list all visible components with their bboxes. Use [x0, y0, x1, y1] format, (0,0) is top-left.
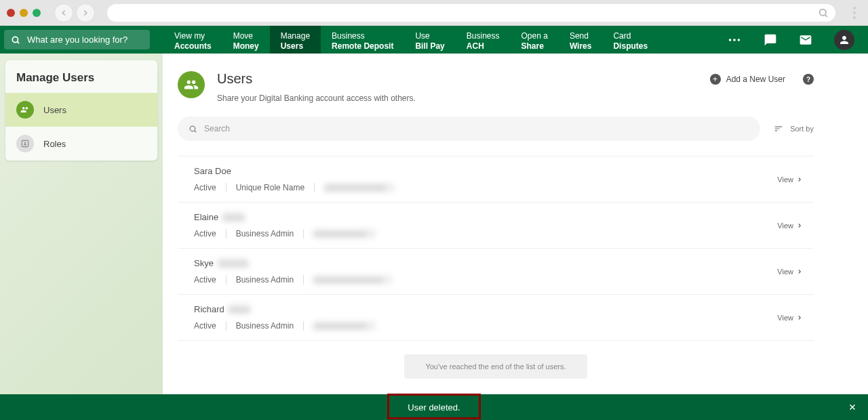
- user-row: Skye xxxxxxxActiveBusiness Adminxxxxxxxx…: [178, 248, 814, 294]
- view-user-link[interactable]: View: [777, 222, 803, 230]
- global-search-placeholder: What are you looking for?: [27, 35, 127, 45]
- view-user-link[interactable]: View: [777, 175, 803, 184]
- nav-item-money[interactable]: MoveMoney: [222, 26, 270, 54]
- user-avatar[interactable]: [834, 30, 854, 50]
- user-search-input[interactable]: Search: [178, 117, 760, 141]
- view-user-link[interactable]: View: [777, 268, 803, 276]
- svg-line-1: [825, 15, 827, 17]
- svg-point-6: [738, 39, 741, 41]
- search-placeholder: Search: [204, 124, 230, 133]
- user-name: Sara Doe: [194, 166, 777, 176]
- global-search-input[interactable]: What are you looking for?: [4, 30, 150, 49]
- chevron-right-icon: [796, 314, 803, 321]
- browser-back-button[interactable]: [54, 3, 73, 22]
- redacted-text: xxxxxxxxxxxxxxxxx: [313, 275, 392, 285]
- add-user-button[interactable]: + Add a New User: [710, 74, 785, 85]
- svg-point-5: [733, 39, 736, 41]
- svg-point-8: [24, 142, 26, 144]
- redacted-text: xxxxxxxxxxxxx: [313, 229, 376, 238]
- user-row: Sara Doe ActiveUnique Role Namexxxxxxxxx…: [178, 156, 814, 202]
- redacted-text: xxxxx: [222, 212, 245, 222]
- nav-item-share[interactable]: Open aShare: [511, 26, 559, 54]
- svg-point-4: [729, 39, 732, 41]
- more-menu-button[interactable]: [727, 33, 742, 47]
- svg-point-9: [190, 126, 195, 131]
- plus-icon: +: [710, 74, 721, 85]
- url-bar[interactable]: [107, 4, 835, 22]
- nav-item-bill-pay[interactable]: UseBill Pay: [404, 26, 455, 54]
- nav-item-wires[interactable]: SendWires: [559, 26, 603, 54]
- svg-point-2: [12, 37, 18, 42]
- sort-label: Sort by: [790, 125, 814, 133]
- user-status: Active: [194, 183, 226, 192]
- user-row: Elaine xxxxxActiveBusiness Adminxxxxxxxx…: [178, 202, 814, 248]
- user-status: Active: [194, 275, 226, 285]
- people-icon: [16, 101, 34, 119]
- sidebar-item-users[interactable]: Users: [5, 93, 157, 127]
- browser-menu-button[interactable]: [848, 7, 861, 19]
- sidebar-item-label: Roles: [43, 139, 66, 149]
- role-icon: [16, 135, 34, 152]
- redacted-text: xxxxxxxxxxxxxxx: [324, 183, 395, 192]
- page-title: Users: [217, 71, 698, 87]
- toast-close-button[interactable]: [848, 402, 857, 412]
- redacted-text: xxxxxxx: [218, 258, 249, 268]
- user-name: Skye xxxxxxx: [194, 258, 777, 268]
- main-content: Users Share your Digital Banking account…: [163, 54, 868, 394]
- chevron-right-icon: [796, 222, 803, 229]
- user-row: Richard xxxxxActiveBusiness Adminxxxxxxx…: [178, 294, 814, 341]
- people-icon: [178, 71, 205, 98]
- svg-point-0: [820, 9, 826, 16]
- sidebar-title: Manage Users: [5, 60, 157, 93]
- nav-item-disputes[interactable]: CardDisputes: [602, 26, 658, 54]
- primary-nav: What are you looking for? View myAccount…: [0, 26, 868, 54]
- user-role: Business Admin: [236, 229, 303, 238]
- nav-item-accounts[interactable]: View myAccounts: [163, 26, 222, 54]
- page-subtitle: Share your Digital Banking account acces…: [217, 93, 698, 103]
- user-role: Business Admin: [236, 275, 303, 285]
- help-icon[interactable]: ?: [803, 74, 814, 85]
- window-close[interactable]: [7, 9, 15, 17]
- user-status: Active: [194, 321, 226, 331]
- redacted-text: xxxxxxxxxxxxx: [313, 321, 376, 331]
- nav-item-users[interactable]: ManageUsers: [270, 26, 321, 54]
- mail-icon[interactable]: [799, 33, 812, 47]
- window-maximize[interactable]: [33, 9, 41, 17]
- user-name: Richard xxxxx: [194, 304, 777, 314]
- window-minimize[interactable]: [20, 9, 28, 17]
- sort-button[interactable]: Sort by: [774, 124, 814, 133]
- sidebar-item-label: Users: [43, 105, 66, 115]
- filter-icon: [774, 124, 783, 133]
- user-role: Business Admin: [236, 321, 303, 331]
- search-icon: [818, 7, 829, 18]
- nav-item-ach[interactable]: BusinessACH: [456, 26, 511, 54]
- svg-line-3: [17, 41, 19, 43]
- browser-nav-arrows: [54, 3, 95, 22]
- browser-forward-button[interactable]: [76, 3, 95, 22]
- nav-item-remote-deposit[interactable]: BusinessRemote Deposit: [321, 26, 404, 54]
- search-icon: [189, 125, 197, 133]
- svg-line-10: [195, 130, 197, 132]
- sidebar-item-roles[interactable]: Roles: [5, 127, 157, 161]
- user-role: Unique Role Name: [236, 183, 314, 192]
- chevron-right-icon: [796, 176, 803, 183]
- toast-message: User deleted.: [408, 402, 460, 413]
- sidebar: Manage Users UsersRoles: [0, 54, 163, 394]
- view-user-link[interactable]: View: [777, 314, 803, 322]
- add-user-label: Add a New User: [726, 75, 785, 84]
- toast-notification: User deleted.: [0, 394, 868, 420]
- browser-chrome: [0, 0, 868, 26]
- redacted-text: xxxxx: [229, 304, 251, 314]
- chat-icon[interactable]: [764, 33, 777, 47]
- search-icon: [11, 35, 20, 45]
- user-name: Elaine xxxxx: [194, 212, 777, 222]
- end-of-list-message: You've reached the end of the list of us…: [404, 354, 587, 379]
- chevron-right-icon: [796, 268, 803, 275]
- user-status: Active: [194, 229, 226, 238]
- window-controls: [7, 9, 41, 17]
